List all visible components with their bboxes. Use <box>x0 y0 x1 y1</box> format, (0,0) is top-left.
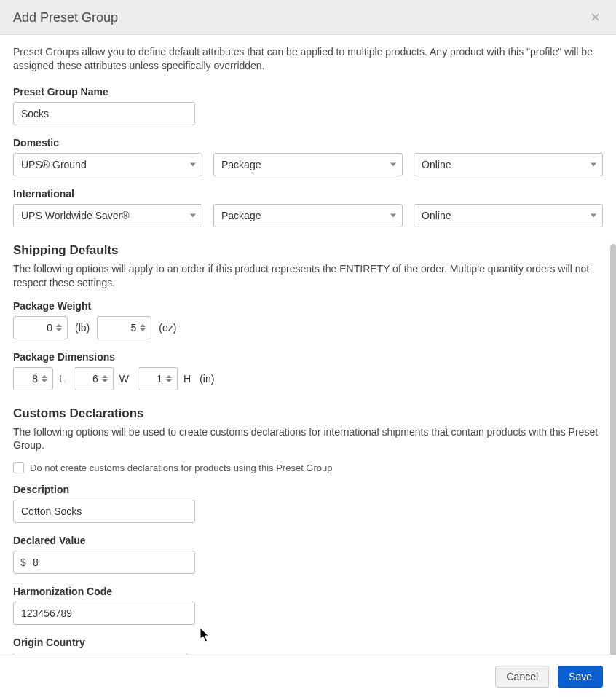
dim-l-input[interactable] <box>13 367 53 390</box>
spinner-down-icon[interactable] <box>102 379 108 382</box>
dim-l-label: L <box>59 373 65 385</box>
save-button[interactable]: Save <box>558 666 603 688</box>
spinner-buttons[interactable] <box>42 370 50 387</box>
domestic-package-value: Package <box>221 159 261 170</box>
unit-lb: (lb) <box>75 322 90 334</box>
international-label: International <box>13 188 603 200</box>
spinner-up-icon[interactable] <box>140 324 146 327</box>
modal-title: Add Preset Group <box>13 10 118 25</box>
scrollbar[interactable] <box>610 244 616 692</box>
spinner-up-icon[interactable] <box>42 375 47 378</box>
international-confirm-value: Online <box>422 210 451 221</box>
caret-icon <box>591 162 596 166</box>
domestic-label: Domestic <box>13 137 603 149</box>
origin-country-label: Origin Country <box>13 637 603 648</box>
spinner-up-icon[interactable] <box>102 375 108 378</box>
dim-h-label: H <box>183 373 191 385</box>
customs-title: Customs Declarations <box>13 406 603 421</box>
harmonization-input[interactable] <box>13 602 195 625</box>
international-package-value: Package <box>221 210 261 221</box>
spinner-buttons[interactable] <box>102 370 111 387</box>
international-confirm-select[interactable]: Online <box>414 204 603 227</box>
unit-in: (in) <box>200 373 214 385</box>
spinner-down-icon[interactable] <box>166 379 172 382</box>
spinner-buttons[interactable] <box>166 370 175 387</box>
spinner-up-icon[interactable] <box>166 375 172 378</box>
customs-description-label: Description <box>13 484 603 495</box>
spinner-down-icon[interactable] <box>56 328 62 331</box>
harmonization-label: Harmonization Code <box>13 586 603 597</box>
domestic-confirm-select[interactable]: Online <box>414 153 603 176</box>
modal-body: Preset Groups allow you to define defaul… <box>0 35 616 655</box>
scrollbar-thumb[interactable] <box>610 244 616 692</box>
no-customs-checkbox[interactable] <box>13 462 24 473</box>
dim-w-label: W <box>119 373 129 385</box>
spinner-down-icon[interactable] <box>42 379 47 382</box>
intro-text: Preset Groups allow you to define defaul… <box>13 45 603 73</box>
international-carrier-value: UPS Worldwide Saver® <box>21 210 130 221</box>
declared-value-label: Declared Value <box>13 535 603 546</box>
spinner-buttons[interactable] <box>140 319 149 336</box>
international-carrier-select[interactable]: UPS Worldwide Saver® <box>13 204 202 227</box>
customs-description-input[interactable] <box>13 500 195 523</box>
domestic-carrier-select[interactable]: UPS® Ground <box>13 153 202 176</box>
international-package-select[interactable]: Package <box>213 204 403 227</box>
domestic-package-select[interactable]: Package <box>213 153 403 176</box>
shipping-defaults-title: Shipping Defaults <box>13 243 603 258</box>
modal-footer: Cancel Save <box>0 655 616 697</box>
cancel-button[interactable]: Cancel <box>495 666 549 688</box>
weight-lb-input[interactable] <box>13 316 68 339</box>
package-dimensions-label: Package Dimensions <box>13 351 603 363</box>
spinner-down-icon[interactable] <box>140 328 146 331</box>
customs-desc: The following options will be used to cr… <box>13 425 603 453</box>
dim-h-input[interactable] <box>138 367 178 390</box>
shipping-defaults-desc: The following options will apply to an o… <box>13 262 603 290</box>
weight-oz-input[interactable] <box>97 316 151 339</box>
currency-prefix: $ <box>20 551 26 574</box>
caret-icon <box>390 162 396 166</box>
caret-icon <box>190 213 196 217</box>
unit-oz: (oz) <box>159 322 176 334</box>
close-button[interactable]: × <box>588 9 603 25</box>
close-icon: × <box>591 8 600 26</box>
caret-icon <box>390 213 396 217</box>
package-weight-label: Package Weight <box>13 300 603 312</box>
spinner-up-icon[interactable] <box>56 324 62 327</box>
domestic-confirm-value: Online <box>422 159 451 170</box>
preset-group-name-input[interactable] <box>13 102 195 125</box>
caret-icon <box>591 213 596 217</box>
declared-value-input[interactable] <box>13 551 195 574</box>
no-customs-label: Do not create customs declarations for p… <box>30 462 332 473</box>
domestic-carrier-value: UPS® Ground <box>21 159 87 170</box>
caret-icon <box>190 162 196 166</box>
modal-header: Add Preset Group × <box>0 0 616 35</box>
preset-group-name-label: Preset Group Name <box>13 86 603 98</box>
dim-w-input[interactable] <box>74 367 114 390</box>
spinner-buttons[interactable] <box>56 319 65 336</box>
